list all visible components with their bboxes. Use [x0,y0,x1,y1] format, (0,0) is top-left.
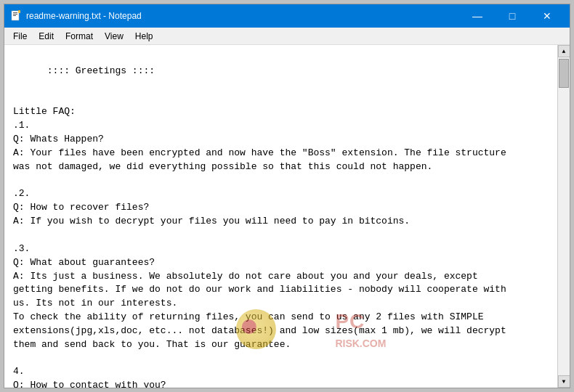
scrollbar[interactable]: ▲ ▼ [557,45,570,388]
close-button[interactable]: ✕ [530,7,564,25]
notepad-window: readme-warning.txt - Notepad — □ ✕ File … [4,4,570,388]
menu-file[interactable]: File [7,30,33,43]
svg-rect-2 [13,14,17,15]
menu-help[interactable]: Help [129,30,159,43]
editor-content: :::: Greetings :::: Little FAQ: .1. Q: W… [13,65,506,388]
scroll-down-button[interactable]: ▼ [558,375,570,388]
svg-rect-3 [13,15,16,16]
svg-rect-1 [13,12,17,13]
maximize-button[interactable]: □ [496,7,529,25]
menu-bar: File Edit Format View Help [4,28,570,45]
scroll-up-button[interactable]: ▲ [558,45,570,57]
menu-edit[interactable]: Edit [33,30,60,43]
window-title: readme-warning.txt - Notepad [26,11,142,21]
scroll-thumb[interactable] [559,59,569,88]
title-bar: readme-warning.txt - Notepad — □ ✕ [4,4,570,28]
text-editor[interactable]: :::: Greetings :::: Little FAQ: .1. Q: W… [4,45,557,388]
title-bar-left: readme-warning.txt - Notepad [10,10,142,22]
watermark-domain-text: RISK.COM [335,338,386,349]
menu-format[interactable]: Format [60,30,99,43]
svg-rect-4 [18,10,20,13]
menu-view[interactable]: View [99,30,129,43]
scroll-track[interactable] [558,57,570,375]
notepad-icon [10,10,22,22]
svg-rect-5 [18,10,20,11]
content-area: :::: Greetings :::: Little FAQ: .1. Q: W… [4,45,570,388]
title-bar-controls: — □ ✕ [461,7,564,25]
minimize-button[interactable]: — [461,7,494,25]
